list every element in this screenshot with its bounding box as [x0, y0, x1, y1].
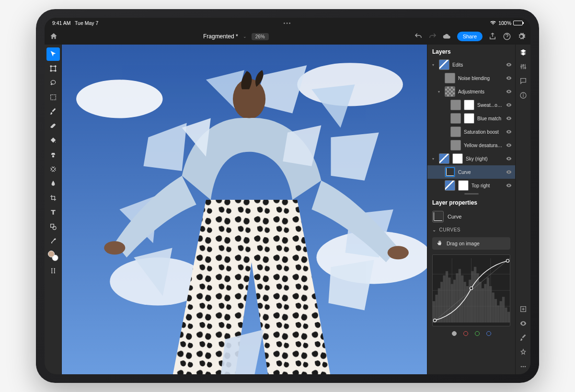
move-tool[interactable]	[46, 47, 60, 61]
layers-list: ▾EditsNoise blending▾AdjustmentsSweat...…	[427, 58, 515, 192]
visibility-toggle[interactable]	[506, 75, 512, 81]
chevron-down-icon: ⌄	[432, 227, 437, 232]
visibility-toggle[interactable]	[506, 102, 512, 108]
svg-rect-33	[440, 282, 443, 323]
layer-name: Yellow desaturation	[464, 143, 503, 148]
channel-rgb[interactable]	[452, 331, 457, 336]
visibility-toggle[interactable]	[506, 155, 512, 162]
layer-row[interactable]: ▾Adjustments	[427, 85, 515, 98]
curves-section-header[interactable]: ⌄ CURVES	[427, 224, 515, 235]
layer-row[interactable]: ▾Sky (right)	[427, 152, 515, 165]
brush-tool[interactable]	[46, 105, 60, 118]
drag-on-image-button[interactable]: Drag on image	[432, 237, 510, 250]
panel-resize-grip[interactable]	[464, 193, 479, 195]
canvas[interactable]	[62, 45, 427, 374]
svg-rect-51	[487, 277, 489, 323]
visibility-toggle[interactable]	[506, 128, 512, 135]
undo-button[interactable]	[414, 32, 423, 41]
home-button[interactable]	[49, 32, 58, 41]
drag-label: Drag on image	[447, 241, 480, 246]
svg-rect-44	[469, 280, 471, 323]
layer-row[interactable]: Yellow desaturation	[427, 138, 515, 152]
layer-name: Edits	[452, 62, 503, 68]
left-toolbar	[45, 45, 62, 374]
heal-tool[interactable]	[46, 162, 60, 176]
fill-tool[interactable]	[46, 134, 60, 147]
curves-label: CURVES	[439, 227, 461, 232]
add-layer-button[interactable]	[518, 304, 528, 314]
clone-tool[interactable]	[46, 148, 60, 161]
svg-rect-59	[507, 312, 510, 323]
layer-name: Top right	[472, 183, 503, 188]
type-tool[interactable]	[46, 206, 60, 219]
visibility-toggle[interactable]	[506, 61, 512, 68]
shape-tool[interactable]	[46, 220, 60, 233]
fx-button[interactable]	[518, 347, 528, 357]
selection-tool[interactable]	[46, 91, 60, 104]
svg-point-78	[522, 366, 524, 368]
svg-point-4	[50, 70, 52, 71]
layer-row[interactable]: Saturation boost	[427, 125, 515, 138]
transform-tool[interactable]	[46, 62, 60, 75]
title-chevron-icon[interactable]: ⌄	[243, 34, 247, 39]
layer-name: Sky (right)	[466, 156, 503, 161]
panel-strip	[515, 45, 530, 374]
expand-toggle[interactable]: ▾	[432, 63, 436, 67]
eraser-tool[interactable]	[46, 119, 60, 133]
info-tab-icon[interactable]	[518, 91, 528, 100]
foreground-color-swatch[interactable]	[48, 251, 55, 257]
settings-button[interactable]	[517, 32, 526, 41]
layer-name: Curve	[458, 170, 503, 175]
visibility-toggle[interactable]	[506, 169, 512, 175]
document-title[interactable]: Fragmented *	[203, 33, 238, 40]
adjustments-tab-icon[interactable]	[518, 62, 528, 71]
svg-point-77	[520, 366, 522, 368]
zoom-level[interactable]: 26%	[252, 33, 269, 40]
share-button[interactable]: Share	[457, 32, 483, 41]
layer-row[interactable]: Curve	[427, 165, 515, 179]
svg-rect-6	[50, 95, 56, 100]
visibility-toggle[interactable]	[506, 142, 512, 149]
svg-point-67	[433, 319, 436, 322]
layer-row[interactable]: Top right	[427, 179, 515, 192]
svg-rect-45	[472, 271, 474, 323]
layer-row[interactable]: Sweat...ooster	[427, 98, 515, 112]
multitask-dots[interactable]: •••	[209, 20, 366, 26]
layer-row[interactable]: Blue match	[427, 112, 515, 125]
screen: 9:41 AM Tue May 7 ••• 100% Fragmented * …	[45, 18, 530, 374]
svg-rect-58	[505, 308, 507, 323]
curve-channels	[427, 328, 515, 340]
layer-row[interactable]: Noise blending	[427, 71, 515, 85]
svg-rect-43	[466, 286, 469, 323]
channel-blue[interactable]	[486, 331, 491, 336]
channel-red[interactable]	[463, 331, 468, 336]
help-button[interactable]	[503, 32, 511, 41]
eyedropper-tool[interactable]	[46, 234, 60, 248]
lasso-tool[interactable]	[46, 76, 60, 90]
svg-rect-34	[443, 276, 445, 323]
visibility-button[interactable]	[518, 319, 528, 328]
svg-rect-46	[474, 267, 476, 323]
redo-button[interactable]	[428, 32, 437, 41]
comments-tab-icon[interactable]	[518, 76, 528, 86]
visibility-toggle[interactable]	[506, 115, 512, 122]
visibility-toggle[interactable]	[506, 88, 512, 95]
expand-toggle[interactable]: ▾	[432, 157, 436, 161]
crop-tool[interactable]	[46, 191, 60, 205]
more-options-button[interactable]	[518, 362, 528, 371]
color-swatches[interactable]	[48, 251, 58, 261]
smudge-tool[interactable]	[46, 177, 60, 190]
channel-green[interactable]	[475, 331, 480, 336]
svg-point-72	[524, 67, 526, 69]
export-button[interactable]	[488, 32, 497, 41]
layer-row[interactable]: ▾Edits	[427, 58, 515, 71]
brush-settings-button[interactable]	[518, 333, 528, 343]
curves-editor[interactable]	[432, 254, 510, 326]
more-tools[interactable]	[46, 264, 60, 277]
visibility-toggle[interactable]	[506, 182, 512, 189]
svg-rect-55	[497, 305, 499, 323]
layers-tab-icon[interactable]	[518, 47, 528, 57]
svg-point-12	[297, 63, 403, 106]
cloud-button[interactable]	[443, 32, 451, 41]
expand-toggle[interactable]: ▾	[438, 90, 442, 94]
